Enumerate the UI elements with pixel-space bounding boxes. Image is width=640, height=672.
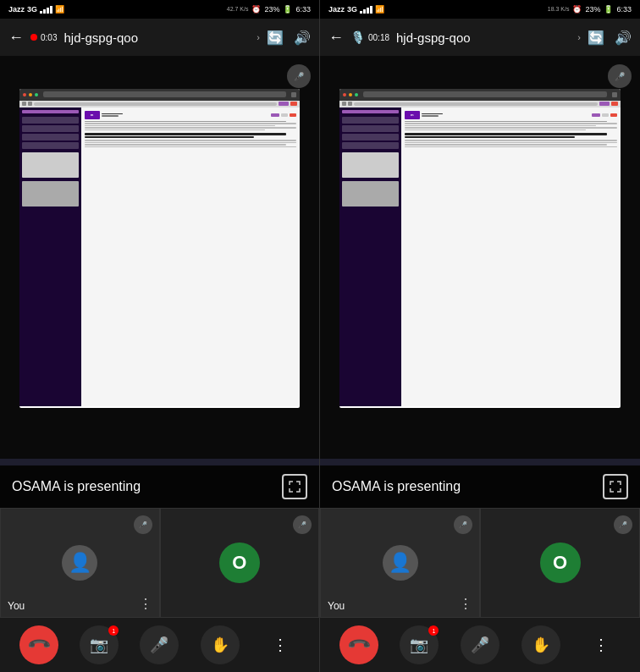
mic-mute-button-left[interactable]: 🎤 xyxy=(140,625,179,664)
screen-share-right: m xyxy=(320,56,640,465)
speed-left: 42.7 K/s xyxy=(227,6,249,13)
participant-mute-you-right: 🎤 xyxy=(454,515,472,534)
call-id-right: hjd-gspg-qoo xyxy=(396,30,571,45)
status-right-left: 42.7 K/s ⏰ 23% 🔋 6:33 xyxy=(227,5,311,14)
taskbar-right xyxy=(320,459,640,465)
camera-off-icon-right: 📷 xyxy=(410,636,428,654)
status-bar-left: Jazz 3G 📶 42.7 K/s ⏰ 23% 🔋 6:33 xyxy=(0,0,319,19)
status-left-right: Jazz 3G 📶 xyxy=(328,5,384,14)
end-call-button-left[interactable]: 📞 xyxy=(19,625,58,664)
main-content-right: m xyxy=(320,56,640,618)
bottom-controls-right: 📞 📷 1 🎤 ✋ ⋮ xyxy=(320,618,640,672)
signal-bars-right xyxy=(360,6,372,14)
participant-tile-o-left: O 🎤 xyxy=(160,508,320,618)
presenter-mute-overlay-right: 🎤 xyxy=(608,64,632,88)
end-call-button-right[interactable]: 📞 xyxy=(339,625,378,664)
chevron-right: › xyxy=(577,32,581,42)
more-options-icon-left: ⋮ xyxy=(273,636,288,654)
webpage-sidebar-left xyxy=(19,107,81,407)
call-actions-right: 🔄 🔊 xyxy=(588,30,632,46)
hand-raise-button-left[interactable]: ✋ xyxy=(201,625,240,664)
mic-off-icon-o-left: 🎤 xyxy=(298,521,306,529)
call-id-left: hjd-gspg-qoo xyxy=(63,30,250,45)
presenter-label-bar-left: OSAMA is presenting xyxy=(0,465,319,508)
participants-strip-right: 👤 🎤 You ⋮ O 🎤 xyxy=(320,508,640,618)
mic-mute-button-right[interactable]: 🎤 xyxy=(461,625,499,664)
presenter-screen-left: m xyxy=(0,56,319,465)
webpage-main-left: m xyxy=(81,107,301,407)
call-timer-right: 00:18 xyxy=(368,33,389,42)
webpage-preview-right: m xyxy=(339,89,621,409)
signal-bars-left xyxy=(40,6,52,14)
camera-off-button-right[interactable]: 📷 1 xyxy=(400,625,439,664)
webpage-main-right: m xyxy=(401,107,621,407)
battery-pct-left: 23% xyxy=(264,5,279,14)
browser-header-left xyxy=(19,89,301,101)
alarm-icon-left: ⏰ xyxy=(251,5,261,14)
main-content-left: m xyxy=(0,56,319,618)
expand-button-left[interactable] xyxy=(282,474,307,499)
carrier-left: Jazz xyxy=(8,5,25,14)
address-bar-right xyxy=(363,91,608,97)
webpage-sidebar-right xyxy=(339,107,401,407)
back-button-right[interactable]: ← xyxy=(328,29,344,47)
participant-more-you-left[interactable]: ⋮ xyxy=(139,596,152,612)
address-bar-left xyxy=(43,91,287,97)
participant-mute-you-left: 🎤 xyxy=(134,515,152,534)
screen-share-left: m xyxy=(0,56,319,465)
call-header-right: ← 🎙️ 00:18 hjd-gspg-qoo › 🔄 🔊 xyxy=(320,19,640,56)
battery-icon-left: 🔋 xyxy=(283,5,292,14)
status-bar-right: Jazz 3G 📶 18.3 K/s ⏰ 23% 🔋 6:33 xyxy=(320,0,640,19)
mic-icon-right: 🎙️ xyxy=(350,30,365,44)
right-panel: Jazz 3G 📶 18.3 K/s ⏰ 23% 🔋 6:33 ← 🎙️ 00:… xyxy=(320,0,640,672)
browser-toolbar-left xyxy=(19,101,301,107)
more-options-icon-right: ⋮ xyxy=(593,636,609,654)
recording-dot-left xyxy=(30,34,37,41)
hand-raise-button-right[interactable]: ✋ xyxy=(521,625,560,664)
mic-mute-icon-right: 🎤 xyxy=(471,636,489,654)
expand-button-right[interactable] xyxy=(603,474,628,499)
status-right-right: 18.3 K/s ⏰ 23% 🔋 6:33 xyxy=(548,5,632,14)
speaker-icon-right[interactable]: 🔊 xyxy=(615,30,632,46)
end-call-icon-right: 📞 xyxy=(345,631,372,658)
battery-pct-right: 23% xyxy=(585,5,600,14)
hand-raise-icon-left: ✋ xyxy=(211,636,229,654)
participant-tile-o-right: O 🎤 xyxy=(480,508,640,618)
participant-more-you-right[interactable]: ⋮ xyxy=(459,596,472,612)
taskbar-left xyxy=(0,459,319,465)
call-actions-left: 🔄 🔊 xyxy=(267,30,311,46)
wifi-icon-left: 📶 xyxy=(55,5,64,14)
left-panel: Jazz 3G 📶 42.7 K/s ⏰ 23% 🔋 6:33 ← 0:03 h… xyxy=(0,0,320,672)
mic-off-icon-o-right: 🎤 xyxy=(619,521,627,529)
back-button-left[interactable]: ← xyxy=(8,29,24,47)
network-right: 3G xyxy=(347,5,357,14)
camera-switch-icon-left[interactable]: 🔄 xyxy=(267,30,284,46)
presenter-mic-icon-left: 🎤 xyxy=(294,72,304,81)
participant-tile-you-right: 👤 🎤 You ⋮ xyxy=(320,508,480,618)
camera-off-icon-left: 📷 xyxy=(90,636,108,654)
time-right: 6:33 xyxy=(616,5,632,14)
webpage-body-left: m xyxy=(19,107,301,407)
participant-avatar-o-right: O xyxy=(540,543,581,583)
battery-icon-right: 🔋 xyxy=(604,5,613,14)
expand-icon-svg-left xyxy=(289,481,301,493)
bottom-controls-left: 📞 📷 1 🎤 ✋ ⋮ xyxy=(0,618,319,672)
end-call-icon-left: 📞 xyxy=(25,631,52,658)
more-options-button-left[interactable]: ⋮ xyxy=(261,625,300,664)
mic-off-icon-you-left: 🎤 xyxy=(139,521,147,529)
more-options-button-right[interactable]: ⋮ xyxy=(582,625,621,664)
camera-off-button-left[interactable]: 📷 1 xyxy=(80,625,119,664)
presenter-name-right: OSAMA is presenting xyxy=(332,479,461,494)
alarm-icon-right: ⏰ xyxy=(572,5,582,14)
expand-icon-svg-right xyxy=(610,481,621,493)
wifi-icon-right: 📶 xyxy=(375,5,384,14)
browser-header-right xyxy=(339,89,621,101)
speaker-icon-left[interactable]: 🔊 xyxy=(294,30,311,46)
participant-mute-o-right: 🎤 xyxy=(614,515,632,534)
call-timer-left: 0:03 xyxy=(41,33,57,42)
participant-avatar-o-left: O xyxy=(219,543,260,583)
camera-switch-icon-right[interactable]: 🔄 xyxy=(588,30,604,46)
chevron-left: › xyxy=(257,32,260,42)
presenter-mute-overlay-left: 🎤 xyxy=(287,64,311,88)
presenter-screen-right: m xyxy=(320,56,640,465)
